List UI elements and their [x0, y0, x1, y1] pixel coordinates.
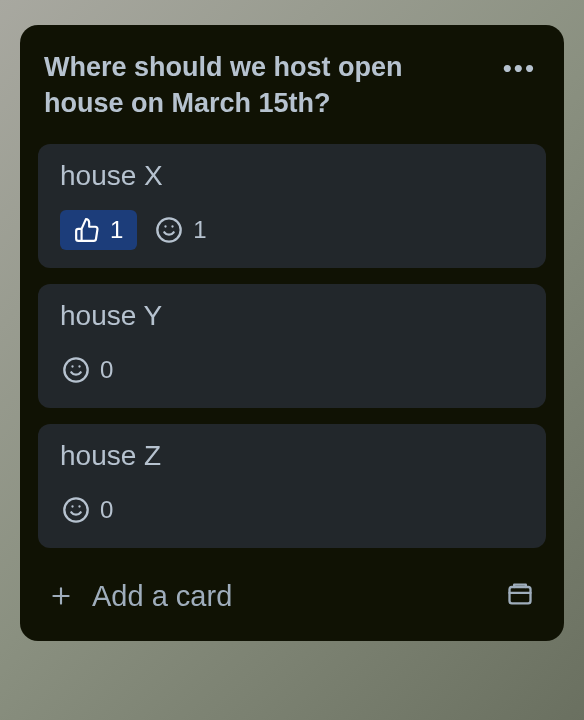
card[interactable]: house Z 0: [38, 424, 546, 548]
list-container: Where should we host open house on March…: [20, 25, 564, 641]
card-title: house X: [60, 160, 524, 192]
thumbs-up-icon: [74, 217, 100, 243]
reactions-row: 0: [60, 490, 524, 530]
more-icon: •••: [503, 53, 536, 83]
list-header: Where should we host open house on March…: [38, 43, 546, 144]
plus-icon: [48, 583, 74, 609]
svg-point-0: [158, 218, 181, 241]
list-title[interactable]: Where should we host open house on March…: [44, 49, 464, 122]
card[interactable]: house Y 0: [38, 284, 546, 408]
list-footer: Add a card: [38, 564, 546, 623]
reactions-row: 1 1: [60, 210, 524, 250]
card-title: house Z: [60, 440, 524, 472]
card-title: house Y: [60, 300, 524, 332]
reaction-thumbs-up[interactable]: 1: [60, 210, 137, 250]
reaction-count: 1: [110, 216, 123, 244]
svg-point-3: [64, 358, 87, 381]
card[interactable]: house X 1 1: [38, 144, 546, 268]
template-icon: [506, 580, 534, 612]
reaction-smile[interactable]: 0: [60, 490, 115, 530]
reaction-smile[interactable]: 1: [153, 210, 208, 250]
reaction-smile[interactable]: 0: [60, 350, 115, 390]
template-button[interactable]: [500, 574, 540, 618]
reaction-count: 0: [100, 356, 113, 384]
smile-icon: [155, 216, 183, 244]
svg-point-6: [64, 498, 87, 521]
smile-icon: [62, 496, 90, 524]
reaction-count: 1: [193, 216, 206, 244]
list-more-button[interactable]: •••: [499, 55, 540, 81]
smile-icon: [62, 356, 90, 384]
svg-rect-11: [510, 587, 531, 603]
add-card-label: Add a card: [92, 580, 232, 613]
add-card-button[interactable]: Add a card: [44, 574, 236, 619]
reactions-row: 0: [60, 350, 524, 390]
reaction-count: 0: [100, 496, 113, 524]
